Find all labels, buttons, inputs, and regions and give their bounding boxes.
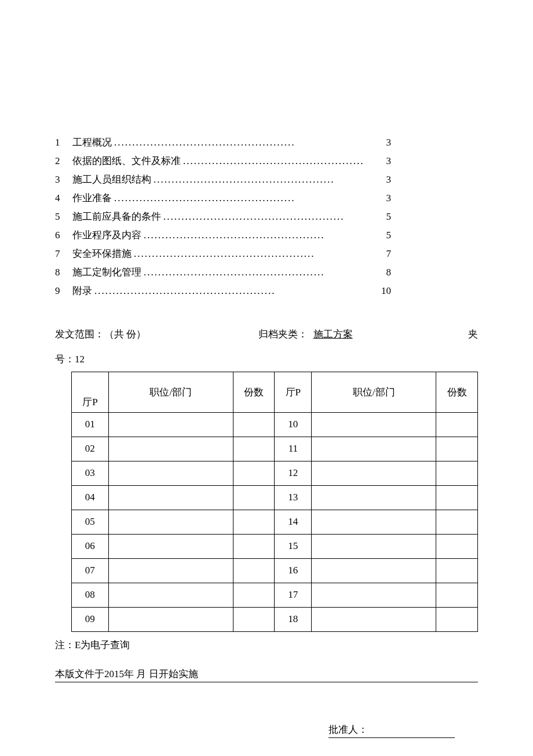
distribution-table: 厅P 职位/部门 份数 厅P 职位/部门 份数 0110 0211 0312 0… xyxy=(71,372,478,632)
folder-label: 夹 xyxy=(468,324,478,345)
toc-entry: 9 附录 ...................................… xyxy=(55,282,478,300)
toc-entry: 6 作业程序及内容 ..............................… xyxy=(55,226,478,245)
table-row: 0615 xyxy=(72,534,478,558)
dept-cell xyxy=(312,510,436,534)
toc-num: 4 xyxy=(55,189,72,208)
toc-dots: ........................................… xyxy=(92,282,381,300)
table-header-row: 厅P 职位/部门 份数 厅P 职位/部门 份数 xyxy=(72,372,478,412)
seq-cell: 07 xyxy=(72,558,109,583)
archive-category: 归档夹类： 施工方案 xyxy=(258,324,356,345)
seq-cell: 16 xyxy=(275,558,312,583)
table-row: 0514 xyxy=(72,510,478,534)
toc-dots: ........................................… xyxy=(161,208,386,226)
toc-title: 施工人员组织结构 xyxy=(72,170,151,189)
toc-dots: ........................................… xyxy=(141,226,386,245)
table-row: 0817 xyxy=(72,583,478,607)
dept-cell xyxy=(108,558,233,583)
table-row: 0413 xyxy=(72,485,478,510)
header-count: 份数 xyxy=(436,372,478,412)
toc-title: 施工定制化管理 xyxy=(72,263,141,282)
count-cell xyxy=(233,607,275,631)
toc-title: 附录 xyxy=(72,282,92,300)
toc-page: 5 xyxy=(386,208,479,226)
toc-page: 3 xyxy=(386,189,479,208)
count-cell xyxy=(233,558,275,583)
seq-cell: 04 xyxy=(72,485,109,510)
header-seq: 厅P xyxy=(72,372,109,412)
seq-cell: 01 xyxy=(72,412,109,437)
seq-cell: 10 xyxy=(275,412,312,437)
dept-cell xyxy=(108,607,233,631)
table-body: 0110 0211 0312 0413 0514 0615 0716 0817 … xyxy=(72,412,478,631)
count-cell xyxy=(436,583,478,607)
dept-cell xyxy=(312,607,436,631)
toc-entry: 2 依据的图纸、文件及标准 ..........................… xyxy=(55,152,478,170)
toc-dots: ........................................… xyxy=(141,263,386,282)
dept-cell xyxy=(312,461,436,485)
dept-cell xyxy=(312,412,436,437)
seq-cell: 18 xyxy=(275,607,312,631)
table-note: 注：E为电子查询 xyxy=(55,634,478,656)
seq-cell: 02 xyxy=(72,437,109,461)
toc-num: 9 xyxy=(55,282,72,300)
toc-page: 7 xyxy=(386,245,479,263)
archive-value: 施工方案 xyxy=(310,324,356,345)
count-cell xyxy=(436,510,478,534)
table-row: 0211 xyxy=(72,437,478,461)
approver-section: 批准人： xyxy=(55,723,478,738)
table-row: 0918 xyxy=(72,607,478,631)
toc-title: 作业程序及内容 xyxy=(72,226,141,245)
dispatch-scope: 发文范围：（共 份） xyxy=(55,324,146,345)
count-cell xyxy=(436,607,478,631)
seq-cell: 17 xyxy=(275,583,312,607)
toc-num: 3 xyxy=(55,170,72,189)
toc-dots: ........................................… xyxy=(132,245,386,263)
seq-cell: 13 xyxy=(275,485,312,510)
toc-dots: ........................................… xyxy=(112,189,386,208)
toc-num: 7 xyxy=(55,245,72,263)
count-cell xyxy=(233,534,275,558)
seq-cell: 12 xyxy=(275,461,312,485)
seq-cell: 14 xyxy=(275,510,312,534)
table-row: 0110 xyxy=(72,412,478,437)
dept-cell xyxy=(108,534,233,558)
seq-cell: 15 xyxy=(275,534,312,558)
dept-cell xyxy=(108,583,233,607)
toc-num: 8 xyxy=(55,263,72,282)
toc-page: 3 xyxy=(386,133,479,152)
toc-entry: 4 作业准备 .................................… xyxy=(55,189,478,208)
count-cell xyxy=(436,437,478,461)
toc-title: 工程概况 xyxy=(72,133,112,152)
count-cell xyxy=(233,461,275,485)
toc-dots: ........................................… xyxy=(181,152,386,170)
count-cell xyxy=(436,485,478,510)
dept-cell xyxy=(312,485,436,510)
archive-label: 归档夹类： xyxy=(258,324,308,345)
toc-page: 5 xyxy=(386,226,479,245)
count-cell xyxy=(233,485,275,510)
count-cell xyxy=(436,461,478,485)
count-cell xyxy=(436,558,478,583)
toc-title: 安全环保措施 xyxy=(72,245,132,263)
toc-entry: 1 工程概况 .................................… xyxy=(55,133,478,152)
header-dept: 职位/部门 xyxy=(108,372,233,412)
header-count: 份数 xyxy=(233,372,275,412)
dept-cell xyxy=(108,510,233,534)
toc-page: 10 xyxy=(381,282,478,300)
count-cell xyxy=(436,412,478,437)
toc-dots: ........................................… xyxy=(112,133,386,152)
dept-cell xyxy=(312,437,436,461)
toc-page: 8 xyxy=(386,263,479,282)
seq-cell: 03 xyxy=(72,461,109,485)
header-seq: 厅P xyxy=(275,372,312,412)
dept-cell xyxy=(108,461,233,485)
toc-num: 5 xyxy=(55,208,72,226)
header-dept: 职位/部门 xyxy=(312,372,436,412)
dept-cell xyxy=(108,412,233,437)
toc-page: 3 xyxy=(386,170,479,189)
table-row: 0312 xyxy=(72,461,478,485)
seq-cell: 11 xyxy=(275,437,312,461)
toc-title: 作业准备 xyxy=(72,189,112,208)
count-cell xyxy=(233,583,275,607)
dept-cell xyxy=(312,558,436,583)
